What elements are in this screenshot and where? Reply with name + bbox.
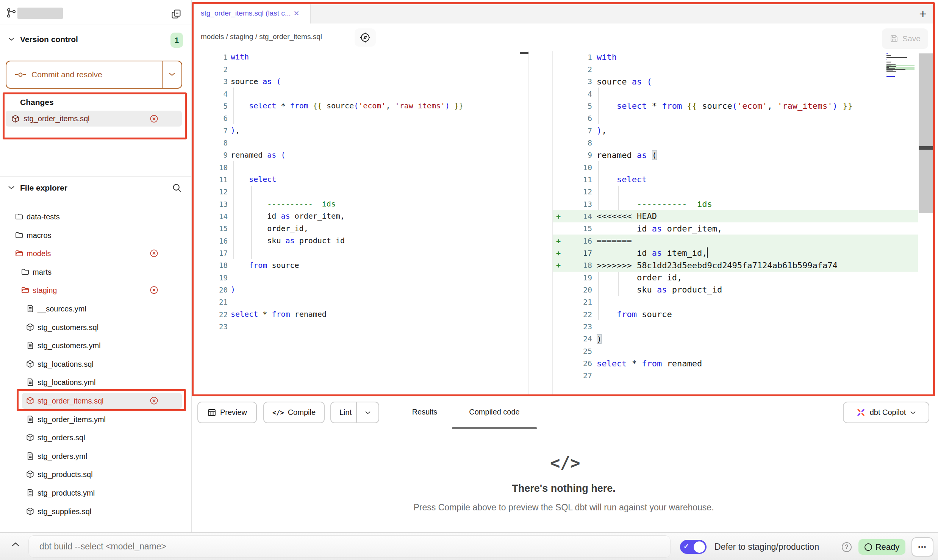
pane-divider xyxy=(528,51,529,395)
tab-close-icon[interactable]: × xyxy=(294,9,299,18)
code-pane-working[interactable]: 1with23source as (45 select * from {{ so… xyxy=(553,51,918,395)
tree-item-marts[interactable]: marts xyxy=(0,263,191,281)
line-number: 2 xyxy=(194,65,228,74)
tree-item-stg_orders.yml[interactable]: stg_orders.yml xyxy=(0,447,191,465)
tree-item-stg_locations.sql[interactable]: stg_locations.sql xyxy=(0,355,191,373)
sidebar-header xyxy=(0,0,191,25)
code-line: 21 xyxy=(553,296,918,308)
revert-circle-x-icon[interactable] xyxy=(150,249,158,258)
code-line: 23 xyxy=(553,320,918,333)
tree-item-models[interactable]: models xyxy=(0,244,191,263)
command-input[interactable]: dbt build --select <model_name> xyxy=(28,535,671,558)
line-number: 14 xyxy=(194,212,228,221)
defer-toggle[interactable]: ✓ xyxy=(680,540,707,554)
tree-item-stg_customers.yml[interactable]: stg_customers.yml xyxy=(0,336,191,355)
revert-circle-x-icon[interactable] xyxy=(150,286,158,294)
lineage-compass-button[interactable] xyxy=(355,28,376,47)
file-explorer-chevron-icon[interactable] xyxy=(8,185,15,190)
code-text: ---------- ids xyxy=(231,198,336,210)
code-text: id as order_item, xyxy=(231,210,345,222)
tree-item-label: stg_customers.sql xyxy=(38,323,98,332)
tab-compiled-code[interactable]: Compiled code xyxy=(469,408,519,416)
tab-stg-order-items[interactable]: stg_order_items.sql (last c... × xyxy=(192,3,311,23)
code-pane-original[interactable]: 1with23source as (45 select * from {{ so… xyxy=(194,51,528,395)
save-button[interactable]: Save xyxy=(882,28,928,49)
code-line: 1with xyxy=(194,51,528,63)
line-number: 4 xyxy=(194,90,228,98)
line-number: 16 xyxy=(194,237,228,245)
code-line: +16======= xyxy=(553,235,918,247)
minimap-line xyxy=(886,66,891,66)
code-line: 7), xyxy=(194,124,528,137)
code-line: 19 xyxy=(194,271,528,284)
minimap[interactable] xyxy=(886,53,916,80)
code-line: 3source as ( xyxy=(553,75,918,88)
tree-item-stg_order_items.yml[interactable]: stg_order_items.yml xyxy=(0,410,191,429)
help-question-icon[interactable]: ? xyxy=(842,542,852,552)
copy-icon[interactable] xyxy=(171,9,181,19)
changed-file-label: stg_order_items.sql xyxy=(23,114,90,123)
model-icon xyxy=(26,360,34,368)
left-pane-scrollbar-thumb[interactable] xyxy=(520,52,528,54)
preview-button[interactable]: Preview xyxy=(197,402,257,423)
code-line: 7), xyxy=(553,124,918,137)
code-line: 18 from source xyxy=(194,259,528,272)
status-bar: dbt build --select <model_name> ✓ Defer … xyxy=(0,532,938,560)
revert-circle-x-icon[interactable] xyxy=(150,114,158,123)
tree-item-macros[interactable]: macros xyxy=(0,226,191,244)
code-line: 9renamed as ( xyxy=(553,149,918,161)
scrollbar-diff-marker xyxy=(919,146,935,150)
git-commit-icon xyxy=(15,70,26,79)
commit-and-resolve-button[interactable]: Commit and resolve xyxy=(6,61,182,89)
dbt-cloud-ide: Version control 1 Commit and resolve Cha… xyxy=(0,0,938,560)
tree-item-stg_order_items.sql[interactable]: stg_order_items.sql xyxy=(0,392,191,410)
code-line: 2 xyxy=(553,63,918,75)
doc-icon xyxy=(26,415,34,424)
doc-icon xyxy=(26,304,34,313)
file-explorer-title: File explorer xyxy=(20,183,67,192)
code-text: select * from {{ source('ecom', 'raw_ite… xyxy=(231,100,463,112)
line-number: 4 xyxy=(553,89,592,99)
expand-caret-icon[interactable] xyxy=(11,541,20,548)
tree-item-stg_products.sql[interactable]: stg_products.sql xyxy=(0,465,191,483)
lint-button[interactable]: Lint xyxy=(330,402,379,423)
version-control-chevron-icon[interactable] xyxy=(8,36,15,42)
ready-status-badge[interactable]: Ready xyxy=(858,539,905,555)
tree-item-data-tests[interactable]: data-tests xyxy=(0,208,191,226)
line-number: 10 xyxy=(194,163,228,172)
more-options-button[interactable]: ••• xyxy=(911,537,933,557)
git-branch-icon[interactable] xyxy=(6,8,17,18)
compile-button[interactable]: </> Compile xyxy=(263,402,325,423)
tree-item-stg_orders.sql[interactable]: stg_orders.sql xyxy=(0,429,191,447)
tree-item-label: stg_products.sql xyxy=(38,470,93,479)
changed-file-item[interactable]: stg_order_items.sql xyxy=(6,111,182,127)
line-number: 21 xyxy=(553,297,592,307)
compile-label: Compile xyxy=(288,408,316,417)
doc-icon xyxy=(26,341,34,350)
table-grid-icon xyxy=(207,408,216,417)
line-number: 8 xyxy=(553,138,592,147)
diff-added-icon: + xyxy=(556,261,561,270)
revert-circle-x-icon[interactable] xyxy=(150,396,158,405)
tree-item-stg_locations.yml[interactable]: stg_locations.yml xyxy=(0,373,191,391)
tree-item-stg_customers.sql[interactable]: stg_customers.sql xyxy=(0,318,191,336)
doc-icon xyxy=(26,378,34,386)
tree-item-__sources.yml[interactable]: __sources.yml xyxy=(0,300,191,318)
new-tab-plus-icon[interactable]: + xyxy=(919,7,927,20)
model-icon xyxy=(26,433,34,442)
model-icon xyxy=(26,396,34,405)
line-number: 12 xyxy=(194,188,228,196)
tab-results[interactable]: Results xyxy=(412,408,438,416)
copilot-label: dbt Copilot xyxy=(870,408,906,417)
dbt-copilot-button[interactable]: dbt Copilot xyxy=(843,402,929,423)
search-icon[interactable] xyxy=(172,183,182,193)
lint-dropdown-chevron-icon[interactable] xyxy=(356,402,378,422)
tree-item-label: macros xyxy=(27,231,52,239)
commit-dropdown-chevron-icon[interactable] xyxy=(168,72,176,77)
code-line: 20) xyxy=(194,283,528,296)
code-text: ), xyxy=(231,124,240,137)
changes-title: Changes xyxy=(20,98,54,107)
commit-button-label: Commit and resolve xyxy=(31,70,102,79)
tree-item-staging[interactable]: staging xyxy=(0,281,191,299)
editor-scrollbar-thumb[interactable] xyxy=(919,53,935,213)
